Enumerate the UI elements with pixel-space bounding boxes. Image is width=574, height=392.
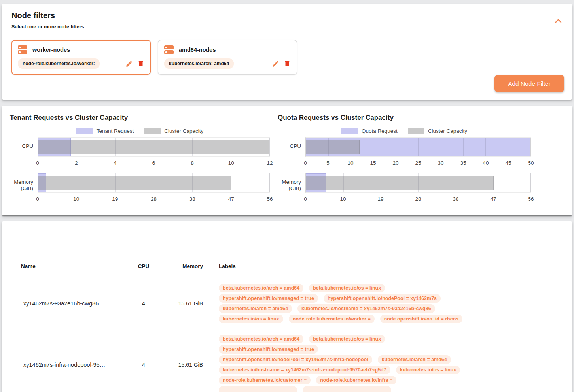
chart-legend: Quota RequestCluster Capacity xyxy=(278,128,531,134)
axis-tick-label: 6 xyxy=(152,160,155,166)
axis-tick-label: 12 xyxy=(267,160,273,166)
nodes-table: Name CPU Memory Labels xy1462m7s-93a2e16… xyxy=(16,263,558,392)
node-icon-row xyxy=(18,45,27,49)
gridline xyxy=(269,173,270,192)
collapse-section-button[interactable] xyxy=(555,18,562,24)
label-chip: hypershift.openshift.io/managed = true xyxy=(219,345,318,354)
nodes-table-panel: Name CPU Memory Labels xy1462m7s-93a2e16… xyxy=(2,221,572,392)
node-memory-cell: 15.61 GiB xyxy=(155,300,203,307)
chart-row-label: Memory (GiB) xyxy=(10,179,38,192)
gridline xyxy=(192,138,193,156)
label-chip: kubernetes.io/os = linux xyxy=(219,315,283,323)
charts-container: Tenant Requests vs Cluster CapacityTenan… xyxy=(2,114,572,204)
gridline xyxy=(231,173,231,192)
quota-chart: Quota Requests vs Cluster CapacityQuota … xyxy=(270,114,572,204)
axis-ticks: 05101520253035404550 xyxy=(305,159,531,168)
delete-filter-button[interactable] xyxy=(284,60,291,68)
gridline xyxy=(154,173,154,192)
chart-row-cpu: CPU05101520253035404550 xyxy=(278,137,531,168)
filter-card-list: worker-nodesnode-role.kubernetes.io/work… xyxy=(11,40,563,75)
tenant-chart: Tenant Requests vs Cluster CapacityTenan… xyxy=(2,114,270,204)
axis-tick-label: 20 xyxy=(392,160,398,166)
node-filter-card[interactable]: worker-nodesnode-role.kubernetes.io/work… xyxy=(11,40,151,75)
label-chip: hypershift.openshift.io/managed = true xyxy=(219,294,318,303)
axis-tick-label: 56 xyxy=(528,196,534,202)
legend-label: Cluster Capacity xyxy=(164,128,203,134)
add-node-filter-button[interactable]: Add Node Filter xyxy=(494,75,564,92)
gridline xyxy=(463,138,464,156)
legend-item: Cluster Capacity xyxy=(408,128,467,134)
node-labels-cell: beta.kubernetes.io/arch = amd64beta.kube… xyxy=(203,335,558,392)
chart-plot-area xyxy=(38,137,270,157)
capacity-charts-panel: Tenant Requests vs Cluster CapacityTenan… xyxy=(2,106,572,215)
label-chip-list: beta.kubernetes.io/arch = amd64beta.kube… xyxy=(219,284,477,323)
node-cpu-cell: 4 xyxy=(132,362,155,368)
legend-swatch xyxy=(341,128,358,134)
gridline xyxy=(77,138,77,156)
gridline xyxy=(269,138,270,156)
gridline xyxy=(418,173,419,192)
gridline xyxy=(530,138,531,156)
axis-tick-label: 4 xyxy=(114,160,117,166)
axis-tick-label: 10 xyxy=(340,196,346,202)
node-name-cell: xy1462m7s-infra-nodepool-95… xyxy=(16,362,132,368)
table-body: xy1462m7s-93a2e16b-cwg86415.61 GiBbeta.k… xyxy=(16,278,558,392)
chart-legend: Tenant RequestCluster Capacity xyxy=(10,128,270,134)
label-chip-list: beta.kubernetes.io/arch = amd64beta.kube… xyxy=(219,335,477,392)
node-memory-cell: 15.61 GiB xyxy=(155,362,203,368)
trash-icon xyxy=(137,60,144,68)
filter-card-header: amd64-nodes xyxy=(164,45,291,54)
gridline xyxy=(508,138,508,156)
table-header-row: Name CPU Memory Labels xyxy=(16,263,558,278)
node-group-icon xyxy=(164,45,174,54)
node-cpu-cell: 4 xyxy=(132,300,155,307)
legend-item: Tenant Request xyxy=(76,128,134,134)
axis-tick-label: 38 xyxy=(189,196,195,202)
label-chip: hypershift.openshift.io/nodePool = xy146… xyxy=(324,294,441,303)
axis-tick-label: 38 xyxy=(453,196,458,202)
axis-tick-label: 28 xyxy=(415,196,421,202)
chart-plot-area xyxy=(38,173,270,193)
chart-row-main: 0101928384756 xyxy=(38,173,270,204)
node-group-icon xyxy=(18,45,27,54)
legend-label: Cluster Capacity xyxy=(428,128,467,134)
label-chip: kubernetes.io/arch = amd64 xyxy=(219,304,292,313)
edit-filter-button[interactable] xyxy=(272,60,279,68)
gridline xyxy=(396,138,396,156)
gridline xyxy=(373,138,373,156)
chart-title: Quota Requests vs Cluster Capacity xyxy=(278,114,531,122)
gridline xyxy=(115,138,116,156)
table-row: xy1462m7s-93a2e16b-cwg86415.61 GiBbeta.k… xyxy=(16,278,558,329)
column-header-memory: Memory xyxy=(155,263,203,269)
axis-tick-label: 2 xyxy=(75,160,78,166)
chart-row-main: 024681012 xyxy=(38,137,270,168)
chart-row-memory: Memory (GiB)0101928384756 xyxy=(10,173,270,204)
axis-tick-label: 50 xyxy=(528,160,534,166)
delete-filter-button[interactable] xyxy=(137,60,144,68)
node-icon-row xyxy=(164,50,174,54)
filter-expression-chip: kubernetes.io/arch: amd64 xyxy=(164,58,234,69)
label-chip-clipped xyxy=(219,386,297,392)
edit-filter-button[interactable] xyxy=(125,60,133,68)
filter-card-body: node-role.kubernetes.io/worker: xyxy=(18,58,144,69)
chevron-up-icon xyxy=(555,19,562,23)
gridline xyxy=(493,173,493,192)
axis-tick-label: 0 xyxy=(304,160,307,166)
axis-tick-label: 47 xyxy=(228,196,234,202)
axis-tick-label: 35 xyxy=(460,160,466,166)
node-filters-panel: Node filters Select one or more node fil… xyxy=(2,4,572,100)
axis-tick-label: 19 xyxy=(112,196,118,202)
filter-card-name: worker-nodes xyxy=(32,47,70,53)
axis-tick-label: 30 xyxy=(438,160,443,166)
node-name-cell: xy1462m7s-93a2e16b-cwg86 xyxy=(16,300,132,307)
chart-title: Tenant Requests vs Cluster Capacity xyxy=(10,114,270,122)
label-chip: beta.kubernetes.io/os = linux xyxy=(309,284,385,292)
filter-card-body: kubernetes.io/arch: amd64 xyxy=(164,58,291,69)
label-chip: node-role.kubernetes.io/infra = xyxy=(316,376,396,384)
node-filter-card[interactable]: amd64-nodeskubernetes.io/arch: amd64 xyxy=(158,40,297,75)
axis-tick-label: 10 xyxy=(228,160,234,166)
gridline xyxy=(418,138,419,156)
gridline xyxy=(343,173,344,192)
gridline xyxy=(530,173,531,192)
gridline xyxy=(485,138,486,156)
